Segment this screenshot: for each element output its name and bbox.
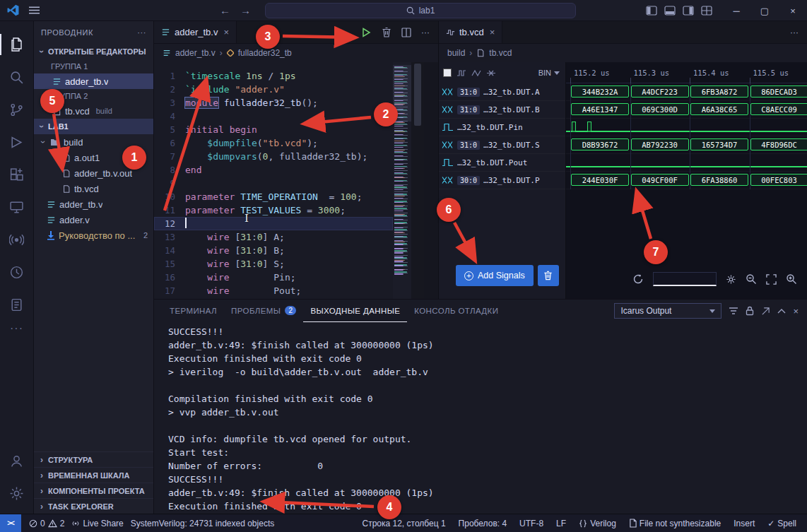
- breadcrumb[interactable]: adder_tb.v › fulladder32_tb: [154, 44, 438, 62]
- wave-row-…32_tb.DUT.S[interactable]: D8B93672AB792230165734D74F8D96DC: [566, 136, 807, 154]
- more-actions-icon[interactable]: ···: [421, 28, 430, 37]
- editor-scrollbar[interactable]: [411, 62, 424, 299]
- code-editor[interactable]: 1`timescale 1ns / 1ps2`include "adder.v"…: [154, 62, 393, 299]
- more-actions-icon[interactable]: ···: [10, 322, 23, 335]
- panel-tab-ПРОБЛЕМЫ[interactable]: ПРОБЛЕМЫ2: [224, 300, 303, 322]
- close-tab-icon[interactable]: ×: [490, 27, 495, 37]
- refresh-icon[interactable]: [632, 273, 644, 285]
- toggle-sidebar-icon[interactable]: [646, 6, 657, 16]
- tree-item-adder_tb.v[interactable]: adder_tb.v: [34, 196, 153, 212]
- explorer-icon[interactable]: [0, 28, 34, 61]
- scrollbar-thumb[interactable]: [414, 64, 421, 126]
- zoom-out-icon[interactable]: [746, 273, 757, 285]
- source-control-icon[interactable]: [0, 93, 34, 126]
- format-select[interactable]: BIN: [538, 69, 561, 77]
- explorer-more-icon[interactable]: ···: [137, 28, 146, 37]
- run-button[interactable]: [360, 27, 372, 38]
- live-share-icon[interactable]: [0, 223, 34, 256]
- search-icon[interactable]: [0, 61, 34, 93]
- close-tab-icon[interactable]: ×: [223, 27, 229, 37]
- waveform-display[interactable]: 115.2 us115.3 us115.4 us115.5 us 344B232…: [566, 62, 807, 299]
- tree-item-build[interactable]: ›build: [34, 134, 153, 150]
- add-signals-button[interactable]: + Add Signals: [456, 265, 534, 286]
- remote-explorer-icon[interactable]: [0, 191, 34, 223]
- tree-item-a.out1[interactable]: a.out1: [34, 150, 153, 165]
- trash-icon[interactable]: [382, 27, 391, 37]
- panel-tab-КОНСОЛЬ ОТЛАДКИ[interactable]: КОНСОЛЬ ОТЛАДКИ: [407, 300, 505, 322]
- toggle-panel-icon[interactable]: [664, 6, 676, 16]
- toggle-secondary-sidebar-icon[interactable]: [683, 6, 694, 16]
- wave-row-…32_tb.DUT.Pin[interactable]: [566, 119, 807, 136]
- more-actions-icon[interactable]: ···: [790, 28, 799, 37]
- minimize-icon[interactable]: ─: [722, 0, 750, 21]
- zoom-fit-icon[interactable]: [766, 274, 777, 285]
- eol-status[interactable]: LF: [553, 519, 570, 528]
- terminal-output[interactable]: SUCCESS!!!adder_tb.v:49: $finish called …: [154, 324, 807, 514]
- output-filter-icon[interactable]: [729, 307, 738, 315]
- wave-style-1-icon[interactable]: [456, 69, 466, 77]
- open-editors-header[interactable]: › ОТКРЫТЫЕ РЕДАКТОРЫ: [34, 44, 153, 59]
- clear-output-icon[interactable]: [761, 307, 770, 316]
- extensions-icon[interactable]: [0, 158, 34, 191]
- language-mode-status[interactable]: Verilog: [575, 519, 620, 528]
- minimap[interactable]: [393, 62, 411, 299]
- split-editor-icon[interactable]: [401, 28, 411, 37]
- close-icon[interactable]: ×: [779, 0, 807, 21]
- color-swatch[interactable]: [443, 69, 452, 77]
- workspace-root-lab1[interactable]: › LAB1: [34, 119, 153, 134]
- wave-row-…32_tb.DUT.B[interactable]: A46E1347069C300DA6A38C65C8AECC09: [566, 101, 807, 119]
- settings-gear-icon[interactable]: [726, 274, 736, 285]
- signal-…32_tb.DUT.P[interactable]: 30:0…32_tb.DUT.P: [439, 172, 565, 189]
- wave-row-…32_tb.DUT.P[interactable]: 244E030F049CF00F6FA3886000FEC803: [566, 172, 807, 189]
- wave-style-3-icon[interactable]: [486, 69, 496, 77]
- signal-…32_tb.DUT.Pin[interactable]: …32_tb.DUT.Pin: [439, 119, 565, 136]
- menu-icon[interactable]: [29, 6, 40, 14]
- notebook-icon[interactable]: [0, 288, 34, 321]
- panel-tab-ВЫХОДНЫЕ ДАННЫЕ[interactable]: ВЫХОДНЫЕ ДАННЫЕ: [303, 300, 407, 322]
- output-channel-select[interactable]: Icarus Output: [614, 303, 721, 319]
- encoding-status[interactable]: UTF-8: [516, 519, 547, 528]
- maximize-panel-icon[interactable]: [777, 308, 786, 314]
- waveform-breadcrumb[interactable]: build › tb.vcd: [439, 44, 807, 62]
- sidebar-section-СТРУКТУРА[interactable]: ›СТРУКТУРА: [34, 451, 153, 467]
- maximize-icon[interactable]: ▢: [750, 0, 779, 21]
- panel-tab-ТЕРМИНАЛ[interactable]: ТЕРМИНАЛ: [163, 300, 224, 322]
- minimap-viewport[interactable]: [393, 65, 411, 122]
- settings-gear-icon[interactable]: [0, 477, 34, 509]
- tree-item-adder.v[interactable]: adder.v: [34, 212, 153, 227]
- history-icon[interactable]: [0, 256, 34, 288]
- signal-…32_tb.DUT.Pout[interactable]: …32_tb.DUT.Pout: [439, 154, 565, 172]
- signal-…32_tb.DUT.B[interactable]: 31:0…32_tb.DUT.B: [439, 101, 565, 119]
- sidebar-section-КОМПОНЕНТЫ ПРОЕКТА[interactable]: ›КОМПОНЕНТЫ ПРОЕКТА: [34, 483, 153, 498]
- signal-…32_tb.DUT.A[interactable]: 31:0…32_tb.DUT.A: [439, 83, 565, 101]
- live-share-status[interactable]: Live Share: [68, 519, 126, 528]
- tree-item-adder_tb.v.out[interactable]: adder_tb.v.out: [34, 165, 153, 181]
- problems-status[interactable]: 0 2: [25, 519, 68, 528]
- zoom-in-icon[interactable]: [786, 273, 797, 285]
- remove-signals-button[interactable]: [538, 265, 559, 286]
- time-input[interactable]: [653, 272, 717, 286]
- signal-…32_tb.DUT.S[interactable]: 31:0…32_tb.DUT.S: [439, 136, 565, 154]
- insert-mode-status[interactable]: Insert: [730, 519, 758, 528]
- sidebar-section-TASK EXPLORER[interactable]: ›TASK EXPLORER: [34, 498, 153, 514]
- run-debug-icon[interactable]: [0, 126, 34, 158]
- wave-row-…32_tb.DUT.A[interactable]: 344B232AA4DCF2236FB3A87286DECAD3: [566, 83, 807, 101]
- spell-checker-status[interactable]: ✓ Spell: [764, 519, 800, 528]
- remote-indicator[interactable]: ><: [0, 514, 21, 532]
- tab-tb.vcd[interactable]: tb.vcd ×: [439, 21, 502, 43]
- close-panel-icon[interactable]: ×: [793, 306, 799, 317]
- systemverilog-indexer-status[interactable]: SystemVerilog: 24731 indexed objects: [127, 519, 278, 528]
- tree-item-Руководство по ...[interactable]: Руководство по ...2: [34, 227, 153, 243]
- indentation-status[interactable]: Пробелов: 4: [455, 519, 511, 528]
- wave-style-2-icon[interactable]: [471, 69, 481, 77]
- forward-icon[interactable]: →: [240, 4, 251, 16]
- tab-adder_tb.v[interactable]: adder_tb.v ×: [154, 21, 237, 43]
- back-icon[interactable]: ←: [220, 4, 230, 16]
- open-editor-adder_tb.v[interactable]: adder_tb.v: [34, 73, 153, 89]
- lock-scroll-icon[interactable]: [746, 306, 754, 316]
- cursor-position-status[interactable]: Строка 12, столбец 1: [358, 519, 449, 528]
- sidebar-section-ВРЕМЕННАЯ ШКАЛА[interactable]: ›ВРЕМЕННАЯ ШКАЛА: [34, 467, 153, 483]
- wave-row-…32_tb.DUT.Pout[interactable]: [566, 154, 807, 172]
- synthesizable-status[interactable]: File not synthesizable: [625, 519, 724, 528]
- tree-item-tb.vcd[interactable]: tb.vcd: [34, 181, 153, 196]
